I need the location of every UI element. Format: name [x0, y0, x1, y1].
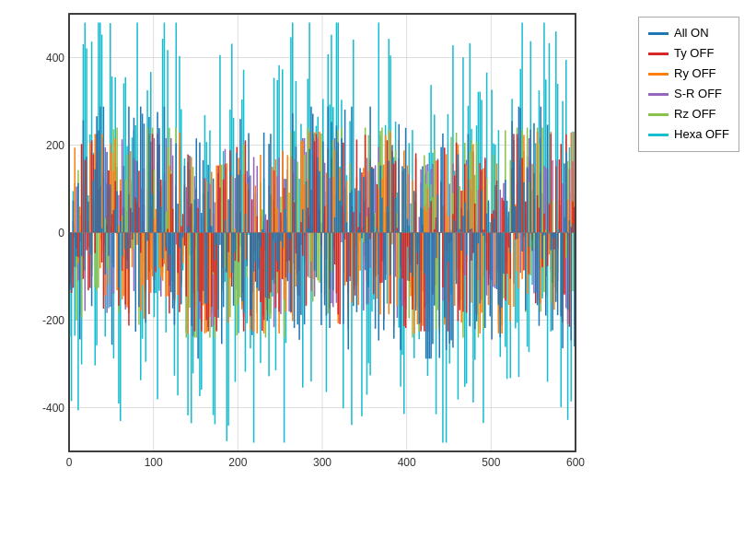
legend-label: S-R OFF — [674, 84, 722, 104]
legend-item: Hexa OFF — [648, 124, 729, 145]
legend-label: All ON — [674, 23, 709, 43]
legend-item: Ty OFF — [648, 43, 729, 64]
chart-container: All ON Ty OFF Ry OFF S-R OFF Rz OFF Hexa… — [0, 0, 756, 538]
legend-label: Ty OFF — [674, 43, 714, 64]
chart-legend: All ON Ty OFF Ry OFF S-R OFF Rz OFF Hexa… — [638, 17, 739, 152]
legend-label: Hexa OFF — [674, 124, 729, 145]
legend-item: S-R OFF — [648, 84, 729, 104]
legend-item: Ry OFF — [648, 64, 729, 84]
legend-item: Rz OFF — [648, 104, 729, 124]
legend-label: Ry OFF — [674, 64, 716, 84]
legend-label: Rz OFF — [674, 104, 716, 124]
legend-item: All ON — [648, 23, 729, 43]
